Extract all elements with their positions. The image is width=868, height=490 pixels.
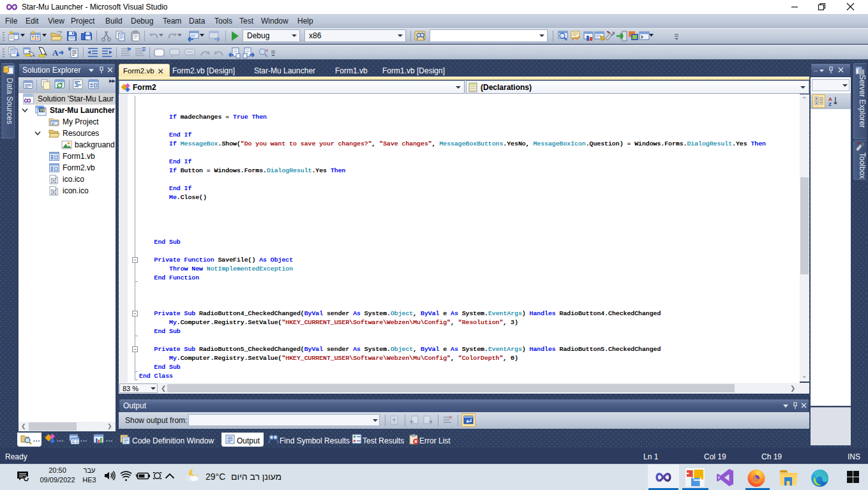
- svg-text:A: A: [52, 48, 59, 57]
- svg-text:Z: Z: [828, 101, 832, 107]
- svg-text:VB: VB: [40, 108, 46, 112]
